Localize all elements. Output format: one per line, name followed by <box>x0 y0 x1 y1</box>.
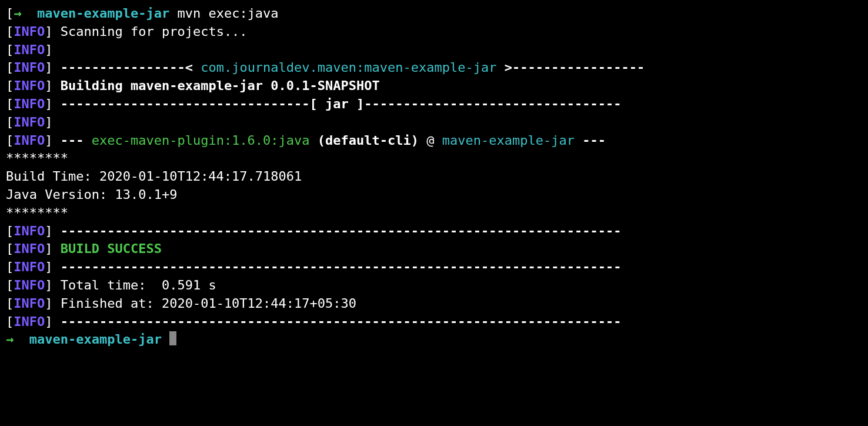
output-line: [INFO] --- exec-maven-plugin:1.6.0:java … <box>6 132 862 150</box>
output-line: ******** <box>6 149 862 168</box>
cursor-icon <box>169 331 176 345</box>
output-line: [INFO] ---------------------------------… <box>6 222 862 241</box>
output-line: [INFO] BUILD SUCCESS <box>6 240 862 258</box>
output-line: [INFO] Scanning for projects... <box>6 23 862 41</box>
java-version: Java Version: 13.0.1+9 <box>6 187 177 202</box>
info-tag: INFO <box>14 241 45 256</box>
output-line: Java Version: 13.0.1+9 <box>6 186 862 204</box>
output-line: [INFO] <box>6 114 862 132</box>
output-line: [INFO] Finished at: 2020-01-10T12:44:17+… <box>6 295 862 313</box>
building-text: Building maven-example-jar 0.0.1-SNAPSHO… <box>52 78 379 93</box>
cwd: maven-example-jar <box>37 6 169 21</box>
project-name: maven-example-jar <box>442 133 575 148</box>
arrow-icon: → <box>14 6 21 21</box>
output-line: [INFO] ---------------------------------… <box>6 258 862 277</box>
info-tag: INFO <box>14 96 45 111</box>
info-tag: INFO <box>14 133 45 148</box>
finished-at: Finished at: 2020-01-10T12:44:17+05:30 <box>52 296 356 311</box>
command-text: mvn exec:java <box>177 6 278 21</box>
info-tag: INFO <box>14 78 45 93</box>
output-line: [INFO] ----------------< com.journaldev.… <box>6 59 862 77</box>
total-time: Total time: 0.591 s <box>52 278 216 292</box>
output-line: [INFO] Total time: 0.591 s <box>6 277 862 295</box>
prompt-line-1[interactable]: [→ maven-example-jar mvn exec:java <box>6 5 862 23</box>
bracket-open: [ <box>6 6 14 21</box>
info-tag: INFO <box>14 296 45 311</box>
info-tag: INFO <box>14 224 45 238</box>
artifact-id: com.journaldev.maven:maven-example-jar <box>201 60 496 75</box>
info-tag: INFO <box>14 314 45 329</box>
info-tag: INFO <box>14 24 45 39</box>
prompt-line-2[interactable]: → maven-example-jar <box>6 331 862 349</box>
output-line: ******** <box>6 204 862 222</box>
output-line: [INFO] ---------------------------------… <box>6 313 862 331</box>
build-success: BUILD SUCCESS <box>52 241 161 256</box>
info-tag: INFO <box>14 42 45 57</box>
info-tag: INFO <box>14 115 45 129</box>
output-line: [INFO] --------------------------------[… <box>6 95 862 114</box>
info-tag: INFO <box>14 60 45 75</box>
info-tag: INFO <box>14 259 45 274</box>
arrow-icon: → <box>6 332 14 347</box>
output-line: Build Time: 2020-01-10T12:44:17.718061 <box>6 168 862 186</box>
output-line: [INFO] Building maven-example-jar 0.0.1-… <box>6 77 862 95</box>
info-tag: INFO <box>14 278 45 292</box>
cwd: maven-example-jar <box>29 332 162 347</box>
build-time: Build Time: 2020-01-10T12:44:17.718061 <box>6 169 302 184</box>
output-line: [INFO] <box>6 41 862 59</box>
plugin-name: exec-maven-plugin:1.6.0:java <box>92 133 310 148</box>
